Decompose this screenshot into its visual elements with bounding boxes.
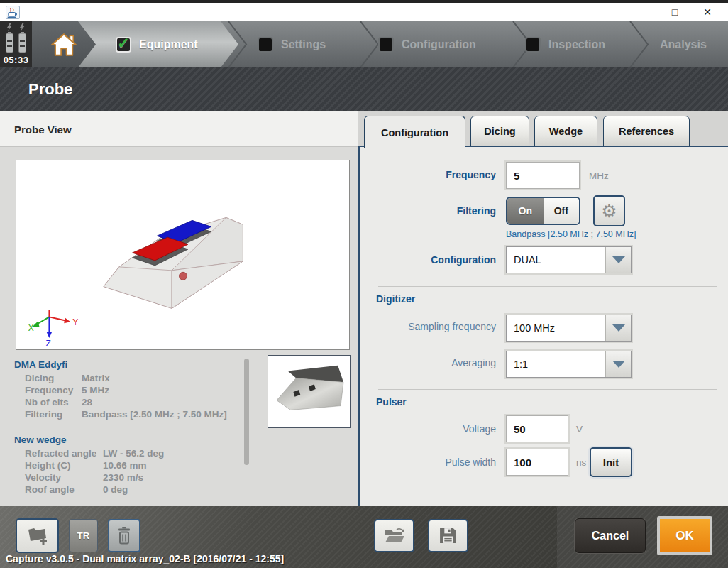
- ok-button[interactable]: OK: [657, 516, 712, 555]
- averaging-dropdown[interactable]: 1:1: [506, 351, 632, 378]
- section-divider: [378, 286, 717, 287]
- app-window: – □ ✕ 05:33: [0, 0, 728, 568]
- nav-step-inspection[interactable]: Inspection: [525, 21, 624, 67]
- info-row: Velocity2330 m/s: [25, 471, 164, 484]
- wedge-info-list: Refracted angleLW - 56.2 deg Height (C)1…: [25, 447, 164, 496]
- sampling-frequency-label: Sampling frequency: [360, 321, 496, 332]
- save-button[interactable]: [428, 519, 468, 552]
- maximize-button[interactable]: □: [658, 3, 691, 21]
- filtering-settings-button[interactable]: ⚙: [593, 195, 625, 226]
- info-scrollbar-thumb[interactable]: [244, 359, 249, 465]
- pulse-width-input[interactable]: [507, 457, 568, 469]
- inspection-checkbox[interactable]: [525, 37, 541, 53]
- nav-step-analysis[interactable]: Analysis: [660, 21, 728, 67]
- settings-checkbox[interactable]: [258, 37, 273, 53]
- probe-info-list: DicingMatrix Frequency5 MHz Nb of elts28…: [25, 372, 227, 420]
- info-label: Nb of elts: [25, 397, 82, 408]
- cancel-button[interactable]: Cancel: [575, 518, 646, 553]
- home-icon: [50, 33, 77, 57]
- dropdown-arrow-button[interactable]: [605, 247, 631, 273]
- filtering-on-button[interactable]: On: [507, 198, 544, 224]
- info-value: 2330 m/s: [103, 472, 143, 483]
- configuration-value: DUAL: [507, 247, 605, 273]
- pulse-width-label: Pulse width: [360, 457, 496, 468]
- filtering-label: Filtering: [360, 205, 496, 217]
- dropdown-arrow-button[interactable]: [605, 351, 631, 377]
- wedge-name: New wedge: [14, 435, 67, 445]
- info-label: Height (C): [25, 460, 103, 471]
- delete-button[interactable]: [108, 519, 140, 552]
- info-label: Roof angle: [25, 484, 103, 495]
- filtering-toggle: On Off: [506, 197, 580, 225]
- add-probe-button[interactable]: [16, 518, 59, 553]
- nav-step-label: Equipment: [139, 38, 198, 51]
- nav-step-equipment[interactable]: ✓ Equipment: [116, 21, 229, 67]
- wedge-thumbnail: [268, 355, 351, 428]
- tr-button[interactable]: TR: [69, 519, 98, 552]
- frequency-unit: MHz: [589, 170, 609, 181]
- tab-dicing[interactable]: Dicing: [470, 116, 529, 146]
- probe-view-title: Probe View: [14, 111, 72, 147]
- tab-wedge[interactable]: Wedge: [534, 116, 597, 146]
- probe-3d-viewport[interactable]: X Y Z: [16, 160, 350, 350]
- section-divider: [378, 389, 717, 390]
- configuration-checkbox[interactable]: [378, 37, 394, 53]
- gear-icon: ⚙: [601, 202, 617, 220]
- info-row: Roof angle0 deg: [25, 484, 164, 496]
- battery-icons: [5, 23, 27, 54]
- tab-configuration[interactable]: Configuration: [364, 116, 465, 148]
- nav-home-content: [43, 21, 85, 67]
- info-row: FilteringBandpass [2.50 MHz ; 7.50 MHz]: [25, 408, 227, 420]
- info-row: Frequency5 MHz: [25, 384, 227, 396]
- configuration-label: Configuration: [360, 254, 496, 266]
- add-folder-icon: [26, 525, 49, 547]
- window-controls: – □ ✕: [610, 3, 724, 21]
- info-row: Height (C)10.66 mm: [25, 459, 164, 471]
- battery-icon: [18, 23, 27, 54]
- averaging-label: Averaging: [360, 357, 496, 368]
- voltage-unit: V: [576, 424, 583, 435]
- minimize-button[interactable]: –: [626, 3, 658, 21]
- chevron-down-icon: [612, 256, 625, 263]
- configuration-dropdown[interactable]: DUAL: [506, 246, 632, 273]
- voltage-label: Voltage: [360, 423, 496, 435]
- close-button[interactable]: ✕: [691, 3, 724, 21]
- sampling-frequency-dropdown[interactable]: 100 MHz: [506, 315, 632, 342]
- voltage-input[interactable]: [507, 423, 568, 435]
- info-row: Nb of elts28: [25, 396, 227, 408]
- nav-step-label: Inspection: [548, 38, 605, 51]
- info-row: Refracted angleLW - 56.2 deg: [25, 447, 164, 459]
- tab-references[interactable]: References: [603, 116, 690, 146]
- info-value: 10.66 mm: [103, 460, 147, 471]
- info-value: 28: [82, 397, 92, 408]
- checkmark-icon: ✓: [117, 36, 130, 50]
- info-value: 0 deg: [103, 484, 128, 495]
- page-header-band: [0, 67, 728, 111]
- dropdown-arrow-button[interactable]: [605, 315, 631, 341]
- equipment-checkbox[interactable]: ✓: [116, 37, 131, 53]
- frequency-input[interactable]: [507, 170, 579, 182]
- trash-icon: [116, 526, 132, 545]
- nav-step-label: Analysis: [660, 38, 707, 51]
- java-app-icon: [6, 6, 20, 19]
- init-button[interactable]: Init: [590, 447, 632, 477]
- nav-step-settings[interactable]: Settings: [258, 21, 343, 67]
- pulse-width-field: [506, 449, 568, 476]
- save-floppy-icon: [439, 526, 458, 545]
- info-value: LW - 56.2 deg: [103, 448, 164, 459]
- nav-step-label: Settings: [281, 38, 326, 51]
- battery-status-block: 05:33: [0, 21, 32, 67]
- bandpass-info: Bandpass [2.50 MHz ; 7.50 MHz]: [506, 229, 636, 239]
- frequency-label: Frequency: [360, 169, 496, 180]
- chevron-down-icon: [612, 324, 625, 332]
- page-title: Probe: [28, 67, 72, 111]
- digitizer-section-title: Digitizer: [376, 293, 415, 305]
- nav-step-configuration[interactable]: Configuration: [378, 21, 499, 67]
- pulser-section-title: Pulser: [376, 396, 407, 408]
- averaging-value: 1:1: [507, 351, 605, 377]
- axis-z-label: Z: [45, 339, 50, 349]
- probe-name: DMA Eddyfi: [14, 359, 67, 370]
- filtering-off-button[interactable]: Off: [544, 198, 580, 224]
- open-file-button[interactable]: [374, 519, 414, 552]
- frequency-field: [506, 162, 580, 189]
